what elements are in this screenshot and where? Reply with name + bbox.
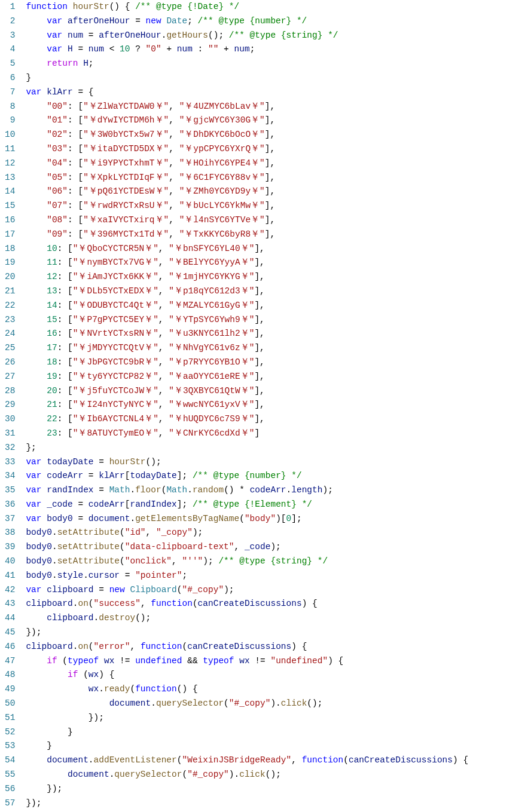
code-line: function hourStr() { /** @type {!Date} *… xyxy=(26,0,468,14)
code-line: 11: ["￥nymBYCTx7VG￥", "￥BElYYC6YyyA￥"], xyxy=(26,256,468,270)
line-number: 4 xyxy=(5,42,15,57)
line-number: 43 xyxy=(5,597,15,611)
line-number: 47 xyxy=(5,654,15,669)
line-number: 7 xyxy=(5,85,15,100)
code-line: }); xyxy=(26,782,468,796)
code-line: 14: ["￥ODUBYCTC4Qt￥", "￥MZALYC61GyG￥"], xyxy=(26,299,468,313)
line-number: 56 xyxy=(5,782,15,796)
code-line: wx.ready(function() { xyxy=(26,682,468,697)
code-line: if (typeof wx != undefined && typeof wx … xyxy=(26,654,468,669)
code-line: var _code = codeArr[randIndex]; /** @typ… xyxy=(26,498,468,512)
code-line: 12: ["￥iAmJYCTx6KK￥", "￥1mjHYC6YKYG￥"], xyxy=(26,270,468,284)
line-number: 50 xyxy=(5,697,15,711)
code-line: document.addEventListener("WeixinJSBridg… xyxy=(26,753,468,768)
code-line: 23: ["￥8ATUYCTymEO￥", "￥CNrKYC6cdXd￥"] xyxy=(26,427,468,441)
line-number: 57 xyxy=(5,796,15,811)
line-number: 31 xyxy=(5,427,15,441)
line-number: 33 xyxy=(5,455,15,470)
code-line: 22: ["￥Ib6AYCTCNL4￥", "￥hUQDYC6c7S9￥"], xyxy=(26,412,468,427)
code-line: var todayDate = hourStr(); xyxy=(26,455,468,470)
code-line: "05": ["￥XpkLYCTDIqF￥", "￥6C1FYC6Y88v￥"]… xyxy=(26,171,468,185)
code-line: "08": ["￥xaIVYCTxirq￥", "￥l4nSYC6YTVe￥"]… xyxy=(26,213,468,228)
code-line: return H; xyxy=(26,57,468,71)
line-number: 25 xyxy=(5,341,15,356)
code-line: clipboard.on("error", function(canCreate… xyxy=(26,640,468,654)
line-number: 13 xyxy=(5,171,15,185)
code-line: var afterOneHour = new Date; /** @type {… xyxy=(26,14,468,29)
line-number: 32 xyxy=(5,441,15,455)
line-number: 28 xyxy=(5,384,15,399)
line-number: 23 xyxy=(5,313,15,327)
code-line: document.querySelector("#_copy").click()… xyxy=(26,697,468,711)
line-number: 36 xyxy=(5,498,15,512)
line-number: 12 xyxy=(5,157,15,171)
code-line: "00": ["￥ZlWaYCTDAW0￥", "￥4UZMYC6bLav￥"]… xyxy=(26,100,468,114)
line-number: 3 xyxy=(5,29,15,43)
line-number: 40 xyxy=(5,554,15,569)
line-number: 24 xyxy=(5,327,15,341)
code-line: 16: ["￥NVrtYCTxsRN￥", "￥u3KNYC61lh2￥"], xyxy=(26,327,468,341)
line-number: 29 xyxy=(5,398,15,412)
code-line: "02": ["￥3W0bYCTx5w7￥", "￥DhDKYC6bOcO￥"]… xyxy=(26,128,468,142)
line-number-gutter: 1234567891011121314151617181920212223242… xyxy=(0,0,26,810)
line-number: 2 xyxy=(5,14,15,29)
line-number: 10 xyxy=(5,128,15,142)
code-line: var randIndex = Math.floor(Math.random()… xyxy=(26,483,468,498)
code-line: document.querySelector("#_copy").click()… xyxy=(26,768,468,782)
code-line: body0.style.cursor = "pointer"; xyxy=(26,569,468,583)
code-line: }); xyxy=(26,796,468,811)
line-number: 35 xyxy=(5,483,15,498)
line-number: 22 xyxy=(5,299,15,313)
code-line: var H = num < 10 ? "0" + num : "" + num; xyxy=(26,42,468,57)
line-number: 38 xyxy=(5,526,15,540)
line-number: 37 xyxy=(5,512,15,526)
line-number: 52 xyxy=(5,725,15,740)
code-line: "07": ["￥rwdRYCTxRsU￥", "￥bUcLYC6YkMw￥"]… xyxy=(26,199,468,213)
code-line: } xyxy=(26,725,468,740)
line-number: 26 xyxy=(5,356,15,370)
code-line: body0.setAttribute("data-clipboard-text"… xyxy=(26,540,468,554)
code-line: var clipboard = new Clipboard("#_copy"); xyxy=(26,583,468,597)
code-line: 21: ["￥I24nYCTyNYC￥", "￥wwcNYC61yxV￥"], xyxy=(26,398,468,412)
line-number: 45 xyxy=(5,626,15,640)
line-number: 19 xyxy=(5,256,15,270)
code-line: var num = afterOneHour.getHours(); /** @… xyxy=(26,29,468,43)
line-number: 46 xyxy=(5,640,15,654)
line-number: 44 xyxy=(5,611,15,626)
line-number: 6 xyxy=(5,71,15,85)
code-line: 18: ["￥JbPGYCTC9bR￥", "￥p7RYYC6YB1O￥"], xyxy=(26,356,468,370)
code-line: 13: ["￥DLb5YCTxEDX￥", "￥p18qYC612d3￥"], xyxy=(26,284,468,299)
code-line: 17: ["￥jMDYYCTCQtV￥", "￥NhVgYC61v6z￥"], xyxy=(26,341,468,356)
line-number: 49 xyxy=(5,682,15,697)
line-number: 11 xyxy=(5,142,15,157)
line-number: 18 xyxy=(5,242,15,256)
line-number: 34 xyxy=(5,469,15,483)
line-number: 14 xyxy=(5,185,15,199)
code-line: var body0 = document.getElementsByTagNam… xyxy=(26,512,468,526)
code-line: if (wx) { xyxy=(26,668,468,682)
code-line: body0.setAttribute("id", "_copy"); xyxy=(26,526,468,540)
line-number: 17 xyxy=(5,228,15,242)
code-line: var codeArr = klArr[todayDate]; /** @typ… xyxy=(26,469,468,483)
code-line: clipboard.on("success", function(canCrea… xyxy=(26,597,468,611)
line-number: 42 xyxy=(5,583,15,597)
code-line: }); xyxy=(26,711,468,725)
line-number: 55 xyxy=(5,768,15,782)
code-line: var klArr = { xyxy=(26,85,468,100)
line-number: 21 xyxy=(5,284,15,299)
code-line: }); xyxy=(26,626,468,640)
line-number: 30 xyxy=(5,412,15,427)
code-line: 19: ["￥ty6YYCTCP82￥", "￥aaOYYC61eRE￥"], xyxy=(26,370,468,384)
code-line: 15: ["￥P7gPYCTC5EY￥", "￥YTpSYC6Ywh9￥"], xyxy=(26,313,468,327)
code-line: "03": ["￥itaDYCTD5DX￥", "￥ypCPYC6YXrQ￥"]… xyxy=(26,142,468,157)
code-line: } xyxy=(26,71,468,85)
line-number: 53 xyxy=(5,739,15,753)
code-editor: 1234567891011121314151617181920212223242… xyxy=(0,0,525,810)
line-number: 16 xyxy=(5,213,15,228)
code-line: }; xyxy=(26,441,468,455)
code-line: "01": ["￥dYwIYCTDM6h￥", "￥gjcWYC6Y30G￥"]… xyxy=(26,114,468,128)
code-line: } xyxy=(26,739,468,753)
code-line: "09": ["￥396MYCTx1Td￥", "￥TxKKYC6byR8￥"]… xyxy=(26,228,468,242)
line-number: 8 xyxy=(5,100,15,114)
code-line: clipboard.destroy(); xyxy=(26,611,468,626)
